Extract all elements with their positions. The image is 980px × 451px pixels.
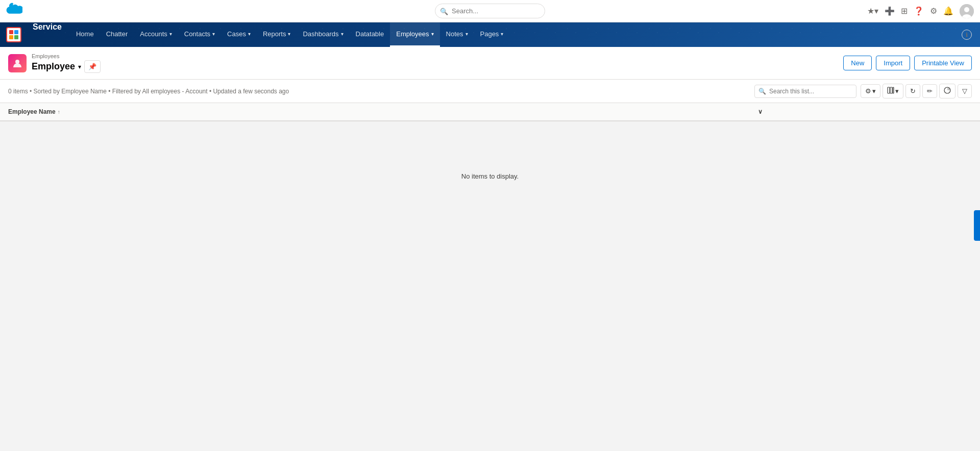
info-icon[interactable]: ℹ bbox=[962, 30, 972, 40]
nav-label-datatable: Datatable bbox=[356, 30, 384, 38]
list-title-area: Employees Employee ▾ 📌 bbox=[32, 53, 101, 73]
nav-item-pages[interactable]: Pages ▾ bbox=[474, 22, 510, 47]
add-icon[interactable]: ➕ bbox=[885, 6, 895, 16]
nav-item-accounts[interactable]: Accounts ▾ bbox=[134, 22, 178, 47]
search-icon: 🔍 bbox=[440, 7, 448, 15]
dashboards-chevron-icon: ▾ bbox=[341, 31, 344, 37]
content-area: Employees Employee ▾ 📌 New Import Printa… bbox=[0, 47, 980, 451]
contacts-chevron-icon: ▾ bbox=[212, 31, 215, 37]
edit-button[interactable]: ✏ bbox=[922, 84, 937, 98]
import-button[interactable]: Import bbox=[876, 56, 910, 70]
svg-rect-9 bbox=[890, 87, 892, 93]
global-search-input[interactable] bbox=[435, 4, 545, 18]
toolbar-right: 🔍 ⚙ ▾ ▾ ↻ bbox=[754, 84, 972, 98]
bell-icon[interactable]: 🔔 bbox=[943, 6, 953, 16]
nav-item-dashboards[interactable]: Dashboards ▾ bbox=[297, 22, 349, 47]
list-object-icon bbox=[8, 54, 27, 72]
svg-point-1 bbox=[964, 7, 969, 12]
nav-item-reports[interactable]: Reports ▾ bbox=[257, 22, 297, 47]
pin-button[interactable]: 📌 bbox=[84, 60, 101, 73]
columns-icon bbox=[887, 87, 894, 95]
help-icon[interactable]: ❓ bbox=[914, 6, 924, 16]
gear-chevron-icon: ▾ bbox=[872, 87, 876, 95]
list-header-buttons: New Import Printable View bbox=[843, 56, 972, 70]
apps-icon[interactable]: ⊞ bbox=[901, 6, 908, 16]
nav-label-contacts: Contacts bbox=[184, 30, 210, 38]
nav-label-cases: Cases bbox=[227, 30, 246, 38]
favorites-icon[interactable]: ★▾ bbox=[867, 6, 878, 16]
sort-asc-icon: ↑ bbox=[58, 109, 60, 115]
nav-label-employees: Employees bbox=[396, 30, 429, 38]
list-toolbar: 0 items • Sorted by Employee Name • Filt… bbox=[0, 80, 980, 103]
cases-chevron-icon: ▾ bbox=[248, 31, 251, 37]
employee-name-header-label: Employee Name bbox=[8, 108, 56, 115]
table-container: Employee Name ↑ ∨ No items to display. bbox=[0, 103, 980, 231]
list-meta: 0 items • Sorted by Employee Name • Filt… bbox=[8, 88, 289, 95]
nav-item-datatable[interactable]: Datatable bbox=[350, 22, 390, 47]
notes-chevron-icon: ▾ bbox=[465, 31, 468, 37]
nav-item-notes[interactable]: Notes ▾ bbox=[440, 22, 474, 47]
edit-icon: ✏ bbox=[927, 87, 933, 95]
gear-settings-icon: ⚙ bbox=[865, 87, 871, 95]
svg-rect-10 bbox=[893, 87, 894, 93]
nav-label-reports: Reports bbox=[263, 30, 286, 38]
column-header-actions: ∨ bbox=[750, 103, 980, 121]
search-list-icon: 🔍 bbox=[758, 88, 766, 95]
nav-bar: Service Home Chatter Accounts ▾ Contacts… bbox=[0, 22, 980, 47]
breadcrumb: Employees bbox=[32, 53, 101, 59]
search-list-input[interactable] bbox=[754, 85, 856, 98]
svg-rect-5 bbox=[9, 35, 13, 39]
employees-chevron-icon: ▾ bbox=[431, 31, 434, 37]
list-view-header: Employees Employee ▾ 📌 New Import Printa… bbox=[0, 47, 980, 80]
nav-label-dashboards: Dashboards bbox=[303, 30, 338, 38]
list-title: Employee bbox=[32, 61, 75, 72]
nav-label-notes: Notes bbox=[446, 30, 463, 38]
nav-item-cases[interactable]: Cases ▾ bbox=[221, 22, 257, 47]
reports-chevron-icon: ▾ bbox=[288, 31, 290, 37]
nav-item-contacts[interactable]: Contacts ▾ bbox=[178, 22, 221, 47]
nav-app-icon[interactable] bbox=[4, 22, 23, 47]
nav-label-accounts: Accounts bbox=[140, 30, 167, 38]
search-list-container: 🔍 bbox=[754, 85, 856, 98]
right-edge-handle[interactable] bbox=[974, 210, 980, 241]
svg-rect-6 bbox=[14, 35, 18, 39]
chart-icon bbox=[944, 87, 951, 95]
printable-view-button[interactable]: Printable View bbox=[914, 56, 972, 70]
data-table: Employee Name ↑ ∨ No items to display. bbox=[0, 103, 980, 231]
nav-item-home[interactable]: Home bbox=[70, 22, 100, 47]
salesforce-logo[interactable] bbox=[6, 2, 22, 20]
nav-item-employees[interactable]: Employees ▾ bbox=[390, 22, 439, 47]
pages-chevron-icon: ▾ bbox=[501, 31, 503, 37]
nav-item-chatter[interactable]: Chatter bbox=[100, 22, 134, 47]
filter-button[interactable]: ▽ bbox=[958, 84, 972, 98]
columns-button[interactable]: ▾ bbox=[883, 84, 903, 98]
refresh-icon: ↻ bbox=[910, 87, 916, 95]
app-label: Service bbox=[33, 22, 62, 47]
filter-icon: ▽ bbox=[962, 87, 967, 95]
column-header-employee-name[interactable]: Employee Name ↑ bbox=[0, 103, 750, 121]
nav-label-pages: Pages bbox=[480, 30, 499, 38]
svg-rect-3 bbox=[9, 30, 13, 34]
nav-label-chatter: Chatter bbox=[106, 30, 128, 38]
list-header-left: Employees Employee ▾ 📌 bbox=[8, 53, 101, 73]
columns-chevron-icon: ▾ bbox=[895, 87, 899, 95]
svg-rect-4 bbox=[14, 30, 18, 34]
title-dropdown-icon[interactable]: ▾ bbox=[78, 63, 81, 70]
top-bar-actions: ★▾ ➕ ⊞ ❓ ⚙ 🔔 bbox=[867, 4, 974, 18]
new-button[interactable]: New bbox=[843, 56, 872, 70]
top-bar: 🔍 ★▾ ➕ ⊞ ❓ ⚙ 🔔 bbox=[0, 0, 980, 22]
empty-message: No items to display. bbox=[461, 172, 519, 180]
list-settings-button[interactable]: ⚙ ▾ bbox=[861, 84, 880, 98]
svg-rect-8 bbox=[888, 87, 890, 93]
avatar[interactable] bbox=[960, 4, 974, 18]
accounts-chevron-icon: ▾ bbox=[169, 31, 172, 37]
gear-icon[interactable]: ⚙ bbox=[930, 6, 937, 16]
app-icon-box bbox=[6, 27, 21, 42]
refresh-button[interactable]: ↻ bbox=[905, 84, 920, 98]
row-actions-collapse-icon[interactable]: ∨ bbox=[758, 108, 763, 115]
chart-button[interactable] bbox=[939, 84, 955, 98]
svg-point-7 bbox=[15, 60, 19, 64]
global-search-container: 🔍 bbox=[435, 4, 545, 18]
nav-label-home: Home bbox=[76, 30, 94, 38]
